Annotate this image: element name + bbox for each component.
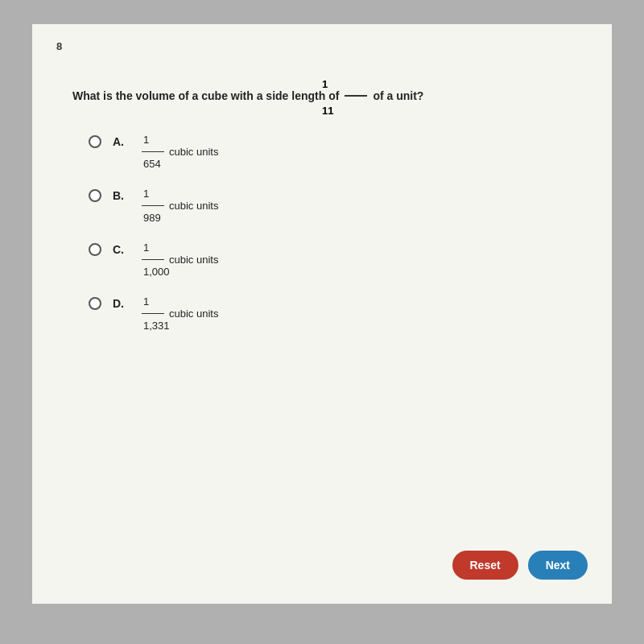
numerator-d: 1 bbox=[142, 295, 149, 308]
option-b[interactable]: B. 1 cubic units 989 bbox=[89, 188, 588, 224]
fraction-bar-d: cubic units bbox=[142, 308, 218, 320]
radio-c[interactable] bbox=[89, 243, 101, 256]
fraction-d: 1 cubic units 1,331 bbox=[142, 295, 218, 332]
fraction-a: 1 cubic units 654 bbox=[142, 134, 218, 170]
line-b bbox=[142, 205, 164, 207]
radio-a[interactable] bbox=[89, 135, 101, 148]
option-a[interactable]: A. 1 cubic units 654 bbox=[89, 134, 588, 170]
line-a bbox=[142, 151, 164, 153]
fraction-denominator-display: 11 bbox=[72, 103, 588, 118]
q-suffix: of a unit? bbox=[373, 89, 423, 102]
label-b: B. bbox=[113, 189, 129, 202]
option-d[interactable]: D. 1 cubic units 1,331 bbox=[89, 295, 588, 332]
radio-d[interactable] bbox=[89, 297, 101, 310]
options-container: A. 1 cubic units 654 B. 1 cubic units 98 bbox=[89, 134, 588, 332]
reset-button[interactable]: Reset bbox=[452, 551, 518, 580]
denominator-b: 989 bbox=[142, 212, 161, 224]
denominator-d: 1,331 bbox=[142, 320, 170, 332]
q-prefix: What is the volume of a cube with a side… bbox=[72, 89, 339, 102]
unit-b: cubic units bbox=[169, 200, 218, 212]
radio-b[interactable] bbox=[89, 189, 101, 202]
fraction-bar-c: cubic units bbox=[142, 254, 218, 266]
numerator-b: 1 bbox=[142, 188, 149, 200]
unit-d: cubic units bbox=[169, 308, 218, 320]
label-d: D. bbox=[113, 297, 129, 310]
unit-c: cubic units bbox=[169, 254, 218, 266]
buttons-row: Reset Next bbox=[452, 551, 588, 580]
numerator-a: 1 bbox=[142, 134, 149, 146]
line-c bbox=[142, 259, 164, 261]
fraction-b: 1 cubic units 989 bbox=[142, 188, 218, 224]
denominator-c: 1,000 bbox=[142, 266, 170, 278]
line-d bbox=[142, 313, 164, 315]
fraction-bar-a: cubic units bbox=[142, 146, 218, 158]
denominator-a: 654 bbox=[142, 158, 161, 170]
next-button[interactable]: Next bbox=[528, 551, 588, 580]
label-a: A. bbox=[113, 135, 129, 148]
question-area: 1 What is the volume of a cube with a si… bbox=[72, 76, 588, 118]
unit-a: cubic units bbox=[169, 146, 218, 158]
label-c: C. bbox=[113, 243, 129, 256]
page-number: 8 bbox=[56, 40, 588, 52]
numerator-c: 1 bbox=[142, 242, 149, 254]
fraction-line-blank bbox=[345, 95, 367, 97]
fraction-c: 1 cubic units 1,000 bbox=[142, 242, 218, 278]
fraction-bar-b: cubic units bbox=[142, 200, 218, 212]
option-c[interactable]: C. 1 cubic units 1,000 bbox=[89, 242, 588, 278]
page-container: 8 What is the volume of a cube with a si… bbox=[32, 24, 612, 604]
